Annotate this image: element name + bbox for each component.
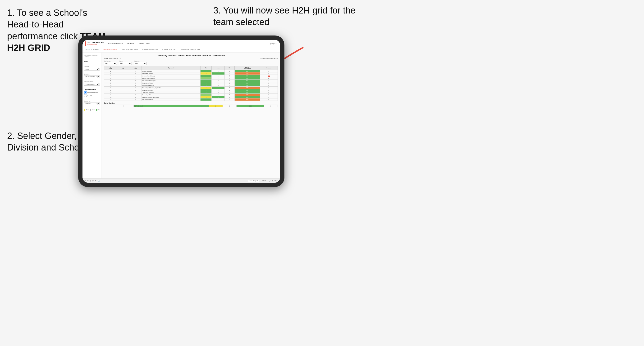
filter-conference-select[interactable]: (All) — [104, 62, 117, 65]
filter-opponent-label: Opponent — [134, 60, 147, 62]
ood-tie: 0 — [222, 105, 236, 107]
cell-opponent: Auburn University — [142, 70, 200, 72]
table-row: 14 2 University of Oklahoma 1 2 0 -1.00 … — [104, 94, 278, 96]
cell-reg — [117, 96, 129, 98]
grid-records: Overall Record: 89 - 17 - 0 Division Rec… — [104, 57, 278, 59]
toolbar-comment[interactable]: 💬 — [269, 180, 270, 181]
table-row: 15 6 Georgia Institute of Technology 0 5… — [104, 96, 278, 98]
tab-team-h2h-heatmap[interactable]: TEAM H2H HEATMAP — [121, 49, 138, 51]
toolbar-crop[interactable]: ⊞ — [92, 180, 94, 182]
nav-teams[interactable]: TEAMS — [127, 42, 134, 44]
toolbar-add[interactable]: ⊕ — [95, 180, 96, 182]
cell-tie: 0 — [225, 80, 235, 82]
radio-top100-label: Top 100 — [88, 95, 92, 97]
table-row: 4 1 Arizona State University 5 1 0 2.29 … — [104, 75, 278, 77]
cell-conf: 2 — [129, 77, 142, 80]
school-select[interactable]: 1. University of Nort... — [84, 83, 100, 86]
cell-reg — [117, 87, 129, 89]
cell-loss: 0 — [212, 80, 225, 82]
sidebar-gender-label: Gender — [84, 66, 100, 67]
cell-opponent: Florida State University — [142, 77, 200, 80]
tab-player-summary[interactable]: PLAYER SUMMARY — [142, 49, 158, 51]
toolbar-clock[interactable]: 🕐 — [98, 180, 100, 182]
legend-up-label: Up — [98, 109, 100, 111]
col-loss: Loss — [212, 66, 225, 70]
cell-tie: 0 — [225, 89, 235, 91]
cell-loss: 1 — [212, 70, 225, 72]
tab-player-h2h-grid[interactable]: PLAYER H2H GRID — [162, 49, 177, 51]
cell-loss: 1 — [212, 75, 225, 77]
cell-opponent: University of Oklahoma — [142, 94, 200, 96]
toolbar-back[interactable]: ⟨ — [90, 180, 91, 182]
dot-up — [96, 109, 97, 111]
cell-win: 3 — [200, 91, 212, 94]
out-of-division-label: Out of division — [104, 102, 278, 104]
nav-tournaments[interactable]: TOURNAMENTS — [108, 42, 123, 44]
toolbar-watch[interactable]: Watch ▾ — [262, 180, 267, 181]
col-tie: Tie — [225, 66, 235, 70]
nav-committee[interactable]: COMMITTEE — [138, 42, 150, 44]
table-row: 3 2 Vanderbilt University 0 4 0 -2.29 8 — [104, 72, 278, 75]
radio-opponents-played-input[interactable] — [84, 91, 87, 94]
filter-region-select[interactable]: (All) — [119, 62, 132, 65]
col-opponent: Opponent — [142, 66, 200, 70]
cell-win: 1 — [200, 94, 212, 96]
col-rank: #Rank — [104, 66, 117, 70]
toolbar-share[interactable]: Share — [274, 180, 278, 181]
cell-tie: 0 — [225, 98, 235, 101]
cell-diff: 1.67 — [234, 70, 260, 72]
cell-tie: 0 — [225, 72, 235, 75]
division-select[interactable]: NCAA Division I — [84, 75, 100, 78]
filter-conference-label: Conference — [104, 60, 117, 62]
cell-tie: 0 — [225, 96, 235, 98]
sidebar-gender-section: Gender Men's — [84, 66, 100, 71]
tablet-frame: SCOREBOARD Powered by clippi TOURNAMENTS… — [78, 35, 284, 187]
cell-opponent: University of Arizona — [142, 82, 200, 84]
cell-tie: 0 — [225, 84, 235, 87]
ood-loss: 0 — [209, 105, 222, 107]
sidebar: Last Updated: 27/03/2024 16:55:38 Team G… — [82, 52, 102, 178]
dot-down — [84, 109, 85, 111]
cell-rounds: 9 — [260, 96, 278, 98]
logo-name: SCOREBOARD — [88, 42, 104, 44]
radio-top100[interactable]: Top 100 — [84, 94, 100, 97]
cell-win: 1 — [200, 82, 212, 84]
bottom-toolbar: ↩ ↪ ⟨ ⊞ ⊕ 🕐 View: Original Watch ▾ 💬 ⊞ S… — [82, 178, 280, 183]
cell-rank: 16 — [104, 98, 117, 101]
cell-reg — [117, 77, 129, 80]
toolbar-redo[interactable]: ↪ — [87, 180, 89, 182]
filter-region-group: Region (All) — [119, 60, 132, 65]
cell-rounds: 8 — [260, 84, 278, 87]
cell-opponent: Georgia Institute of Technology — [142, 96, 200, 98]
cell-rank: 2 — [104, 70, 117, 72]
cell-rounds: 9 — [260, 94, 278, 96]
cell-diff: 2.29 — [234, 75, 260, 77]
filter-opponent-select[interactable]: (All) — [134, 62, 147, 65]
filter-region-label: Region — [119, 60, 132, 62]
tab-team-summary[interactable]: TEAM SUMMARY — [85, 49, 99, 51]
cell-diff: -6.42 — [234, 98, 260, 101]
gender-select[interactable]: Men's — [84, 68, 100, 71]
sidebar-team-label: Team — [84, 61, 100, 62]
sidebar-school-section: School (Rank) 1. University of Nort... — [84, 81, 100, 86]
tab-player-h2h-heatmap[interactable]: PLAYER H2H HEATMAP — [181, 49, 200, 51]
cell-rounds: 8 — [260, 72, 278, 75]
cell-tie: 0 — [225, 82, 235, 84]
cell-tie: 0 — [225, 94, 235, 96]
toolbar-view[interactable]: View: Original — [248, 180, 259, 182]
cell-conf: 3 — [129, 89, 142, 91]
cell-rounds: 9 — [260, 98, 278, 101]
cell-rank: 3 — [104, 72, 117, 75]
toolbar-undo[interactable]: ↩ — [84, 180, 86, 182]
toolbar-grid-icon[interactable]: ⊞ — [272, 180, 273, 181]
last-updated: Last Updated: 27/03/2024 16:55:38 — [84, 54, 100, 57]
division-record: Division Record: 88 - 17 - 0 — [260, 57, 278, 59]
cell-diff: -4.33 — [234, 87, 260, 89]
radio-opponents-played[interactable]: Opponents Played — [84, 91, 100, 94]
tab-team-h2h-grid[interactable]: TEAM H2H GRID — [103, 48, 116, 51]
nav-sign-out[interactable]: | Sign out — [270, 43, 277, 44]
cell-loss: 1 — [212, 98, 225, 101]
radio-top100-input[interactable] — [84, 94, 87, 97]
cell-tie: 0 — [225, 91, 235, 94]
colour-select[interactable]: Win/loss — [84, 102, 100, 105]
